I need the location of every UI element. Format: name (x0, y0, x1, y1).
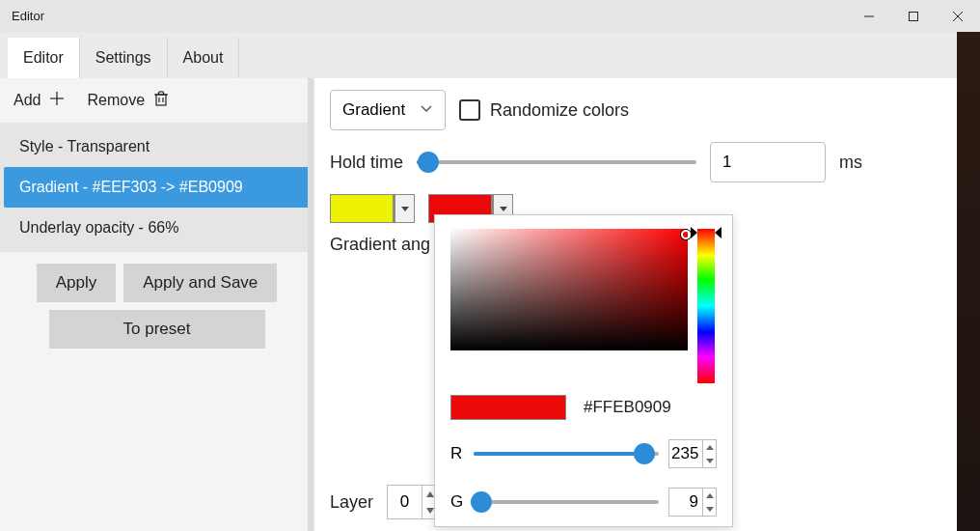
g-input[interactable] (668, 488, 717, 517)
property-item-gradient[interactable]: Gradient - #EEF303 -> #EB0909 (4, 167, 310, 208)
hue-slider[interactable] (697, 229, 715, 383)
randomize-checkbox[interactable] (459, 99, 480, 121)
color-picker: #FFEB0909 R G (434, 214, 733, 527)
chevron-down-icon (420, 100, 433, 120)
mode-value: Gradient (342, 100, 405, 120)
trash-icon (152, 90, 170, 111)
tab-about[interactable]: About (168, 38, 240, 78)
svg-rect-6 (156, 95, 166, 105)
color1-preview (330, 194, 394, 223)
svg-rect-1 (910, 12, 918, 20)
g-slider[interactable] (474, 500, 659, 504)
plus-icon (48, 90, 66, 111)
sv-field[interactable] (450, 229, 688, 350)
tab-bar: Editor Settings About (0, 32, 980, 78)
apply-save-button[interactable]: Apply and Save (123, 264, 277, 302)
layer-label: Layer (330, 492, 373, 513)
r-label: R (450, 444, 464, 463)
remove-button[interactable]: Remove (87, 90, 170, 111)
add-label: Add (14, 92, 41, 109)
mode-dropdown[interactable]: Gradient (330, 90, 446, 130)
layer-spinner[interactable] (387, 485, 439, 519)
r-down[interactable] (703, 454, 716, 467)
property-list: Style - Transparent Gradient - #EEF303 -… (0, 123, 313, 252)
channel-r: R (450, 439, 717, 468)
titlebar: Editor (0, 0, 980, 32)
r-slider[interactable] (474, 452, 659, 456)
g-up[interactable] (703, 489, 716, 502)
property-item-style[interactable]: Style - Transparent (4, 126, 310, 167)
color1-swatch[interactable] (330, 194, 415, 223)
r-input[interactable] (668, 439, 717, 468)
svg-marker-13 (401, 207, 409, 211)
svg-marker-17 (706, 445, 714, 450)
randomize-label: Randomize colors (490, 100, 629, 121)
sidebar-toolbar: Add Remove (0, 78, 313, 123)
property-item-opacity[interactable]: Underlay opacity - 66% (4, 208, 310, 248)
maximize-button[interactable] (891, 0, 936, 32)
r-up[interactable] (703, 440, 716, 454)
hold-time-slider[interactable] (417, 160, 696, 164)
picker-hex: #FFEB0909 (584, 398, 671, 417)
gradient-angle-label: Gradient ang (330, 235, 430, 255)
layer-input[interactable] (387, 485, 422, 519)
picker-swatch (450, 395, 566, 420)
svg-marker-14 (500, 207, 507, 211)
channel-g: G (450, 488, 717, 517)
sidebar: Add Remove Style - Transparent Gradient … (0, 78, 314, 531)
color1-dropdown[interactable] (394, 194, 415, 223)
window-title: Editor (12, 9, 44, 23)
sv-cursor[interactable] (681, 230, 691, 239)
ms-label: ms (839, 153, 862, 173)
g-label: G (450, 492, 464, 512)
svg-marker-15 (426, 491, 434, 497)
add-button[interactable]: Add (14, 90, 66, 111)
svg-marker-19 (706, 493, 714, 498)
tab-settings[interactable]: Settings (80, 38, 168, 78)
tab-editor[interactable]: Editor (8, 38, 80, 78)
svg-marker-18 (706, 459, 714, 463)
svg-marker-16 (426, 508, 434, 514)
apply-button[interactable]: Apply (37, 264, 117, 302)
g-down[interactable] (703, 502, 716, 516)
svg-marker-20 (706, 507, 714, 512)
minimize-button[interactable] (847, 0, 891, 32)
hold-time-label: Hold time (330, 153, 403, 173)
hold-time-input[interactable] (710, 142, 826, 182)
window-controls (847, 0, 980, 32)
close-button[interactable] (936, 0, 980, 32)
to-preset-button[interactable]: To preset (49, 310, 265, 349)
remove-label: Remove (87, 92, 145, 109)
desktop-edge (957, 32, 980, 531)
